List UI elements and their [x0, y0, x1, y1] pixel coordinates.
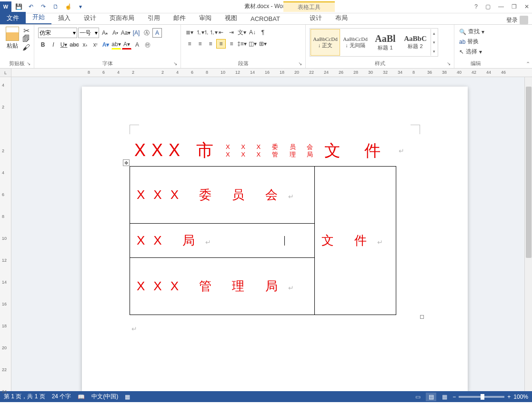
enclose-char-icon[interactable]: ㊕ [143, 40, 152, 49]
justify-icon[interactable]: ≡ [216, 39, 226, 49]
close-icon[interactable]: ✕ [524, 3, 529, 10]
borders-icon[interactable]: ⊞▾ [258, 39, 268, 49]
tab-design[interactable]: 设计 [77, 12, 103, 24]
char-shading-icon[interactable]: A [132, 40, 142, 49]
font-color-icon[interactable]: A▾ [122, 40, 131, 49]
change-case-button[interactable]: Aa▾ [121, 28, 130, 38]
table-move-handle-icon[interactable]: ✥ [123, 159, 130, 166]
touch-mode-icon[interactable]: ☝ [63, 1, 73, 12]
styles-down-icon[interactable]: ▾ [431, 38, 437, 47]
macro-icon[interactable]: ▦ [125, 394, 130, 400]
tab-layout[interactable]: 页面布局 [103, 12, 141, 24]
align-left-icon[interactable]: ≡ [185, 39, 194, 49]
table-cell-r1c1[interactable]: XXX 委 员 会↵ [130, 167, 315, 224]
format-painter-icon[interactable]: 🖌 [22, 44, 30, 51]
open-icon[interactable]: 🗋 [50, 1, 61, 12]
login-link[interactable]: 登录 [506, 16, 528, 24]
vertical-scrollbar[interactable] [524, 77, 532, 391]
style-no-spacing[interactable]: AaBbCcDd ↓ 无间隔 [341, 29, 370, 56]
table-cell-r2c1[interactable]: XX 局↵ [130, 224, 315, 258]
vertical-ruler[interactable]: L 4224681012141618202224 [0, 69, 11, 391]
text-direction-icon[interactable]: 文▾ [237, 28, 247, 37]
bullets-icon[interactable]: ≣▾ [185, 28, 194, 37]
tab-table-design[interactable]: 设计 [303, 12, 329, 24]
styles-up-icon[interactable]: ▴ [431, 29, 437, 38]
document-area[interactable]: XXX 市 X X X 委 员 会 X X X 管 理 局 文 件 ↵ ✥ XX… [11, 77, 532, 391]
phonetic-guide-icon[interactable]: [A] [131, 28, 141, 38]
table-resize-handle-icon[interactable] [420, 315, 424, 319]
status-word-count[interactable]: 24 个字 [52, 393, 71, 401]
tab-review[interactable]: 审阅 [192, 12, 218, 24]
find-button[interactable]: 🔍查找 ▾ [459, 28, 492, 36]
replace-button[interactable]: ab替换 [459, 38, 492, 46]
document-table[interactable]: XXX 委 员 会↵ 文 件↵ XX 局↵ XXX 管 理 局↵ [130, 166, 396, 315]
table-cell-merged-right[interactable]: 文 件↵ [314, 167, 396, 315]
zoom-knob[interactable] [481, 394, 484, 400]
font-dialog-launcher-icon[interactable]: ↘ [173, 61, 180, 67]
bold-button[interactable]: B [38, 40, 48, 49]
distribute-icon[interactable]: ≡ [227, 39, 236, 49]
align-center-icon[interactable]: ≡ [195, 39, 205, 49]
ribbon-display-options-icon[interactable]: ▢ [485, 3, 491, 10]
tab-home[interactable]: 开始 [26, 11, 51, 24]
grow-font-icon[interactable]: A▴ [100, 28, 110, 38]
paragraph-dialog-launcher-icon[interactable]: ↘ [298, 61, 304, 67]
clipboard-dialog-launcher-icon[interactable]: ↘ [27, 61, 33, 67]
styles-more-icon[interactable]: ▾ [431, 47, 437, 56]
style-heading1[interactable]: AaBl 标题 1 [371, 29, 400, 56]
spellcheck-icon[interactable]: 📖 [78, 394, 85, 400]
doc-header-line[interactable]: XXX 市 X X X 委 员 会 X X X 管 理 局 文 件 ↵ [134, 139, 420, 162]
font-size-select[interactable]: 一号▾ [78, 28, 99, 38]
italic-button[interactable]: I [49, 40, 58, 49]
help-icon[interactable]: ? [474, 3, 478, 10]
minimize-icon[interactable]: — [498, 3, 504, 10]
save-icon[interactable]: 💾 [13, 1, 24, 12]
decrease-indent-icon[interactable]: ⇤ [216, 28, 226, 37]
text-effects-icon[interactable]: A▾ [101, 40, 110, 49]
print-layout-icon[interactable]: ▤ [426, 393, 436, 401]
status-language[interactable]: 中文(中国) [91, 393, 118, 401]
show-marks-icon[interactable]: ¶ [258, 28, 268, 37]
zoom-out-icon[interactable]: − [452, 394, 456, 400]
qat-dropdown-icon[interactable]: ▾ [75, 1, 86, 12]
tab-file[interactable]: 文件 [0, 12, 26, 24]
copy-icon[interactable]: 🗐 [22, 35, 30, 43]
style-normal[interactable]: AaBbCcDd ↓ 正文 [311, 29, 340, 56]
table-row[interactable]: XXX 委 员 会↵ 文 件↵ [130, 167, 396, 224]
horizontal-ruler[interactable]: 8642246810121416182022242628303234836384… [11, 69, 532, 77]
align-right-icon[interactable]: ≡ [206, 39, 215, 49]
clear-format-icon[interactable]: Ⓐ [142, 28, 151, 38]
highlight-icon[interactable]: ab▾ [111, 40, 121, 49]
web-layout-icon[interactable]: ▦ [439, 393, 450, 401]
restore-icon[interactable]: ❐ [512, 3, 517, 10]
cut-icon[interactable]: ✂ [22, 27, 30, 34]
font-name-select[interactable]: 仿宋▾ [38, 28, 77, 38]
select-button[interactable]: ↖选择 ▾ [459, 48, 492, 56]
undo-icon[interactable]: ↶ [26, 1, 36, 12]
tab-references[interactable]: 引用 [141, 12, 167, 24]
tab-insert[interactable]: 插入 [51, 12, 77, 24]
shading-icon[interactable]: ◫▾ [248, 39, 257, 49]
zoom-level[interactable]: 100% [513, 394, 528, 400]
strikethrough-button[interactable]: abc [70, 40, 79, 49]
tab-view[interactable]: 视图 [218, 12, 244, 24]
multilevel-list-icon[interactable]: ⒈⒈▾ [206, 28, 215, 37]
paste-button[interactable]: 粘贴 [4, 27, 20, 50]
document-page[interactable]: XXX 市 X X X 委 员 会 X X X 管 理 局 文 件 ↵ ✥ XX… [82, 87, 468, 391]
redo-icon[interactable]: ↷ [38, 1, 49, 12]
status-page[interactable]: 第 1 页，共 1 页 [4, 393, 45, 401]
underline-button[interactable]: U▾ [59, 40, 69, 49]
sort-icon[interactable]: A↓ [248, 28, 257, 37]
line-spacing-icon[interactable]: ‡≡▾ [237, 39, 247, 49]
subscript-button[interactable]: x₂ [80, 40, 90, 49]
read-mode-icon[interactable]: ▭ [412, 393, 423, 401]
scrollbar-thumb[interactable] [526, 87, 532, 258]
superscript-button[interactable]: x² [90, 40, 100, 49]
zoom-slider[interactable] [459, 396, 504, 398]
styles-dialog-launcher-icon[interactable]: ↘ [447, 61, 453, 67]
table-cell-r3c1[interactable]: XXX 管 理 局↵ [130, 258, 315, 315]
char-border-icon[interactable]: A [152, 28, 162, 38]
zoom-in-icon[interactable]: + [507, 394, 511, 400]
style-heading2[interactable]: AaBbC 标题 2 [401, 29, 430, 56]
tab-acrobat[interactable]: ACROBAT [244, 13, 287, 24]
